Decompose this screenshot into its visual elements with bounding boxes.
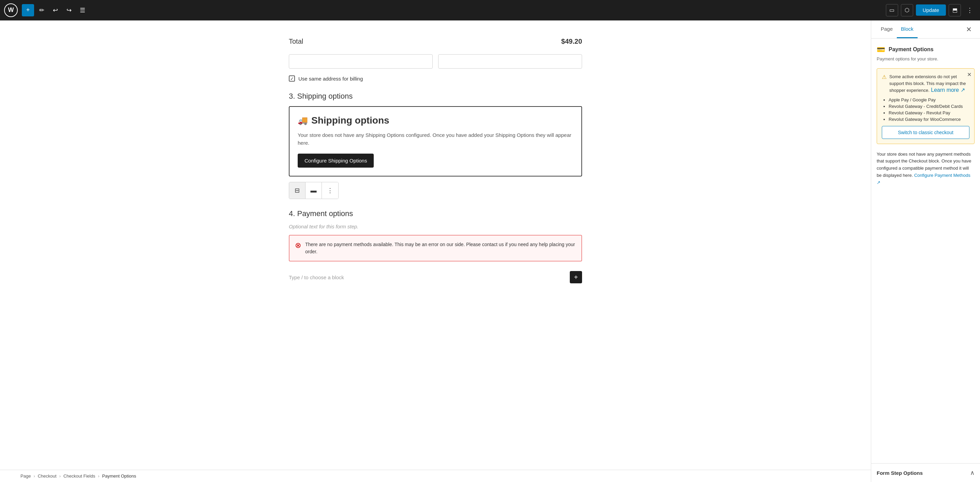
form-step-header[interactable]: Form Step Options ∧ — [877, 469, 975, 477]
tab-page-label: Page — [881, 26, 893, 32]
warning-extensions-list: Apple Pay / Google Pay Revolut Gateway -… — [889, 97, 969, 122]
form-step-options: Form Step Options ∧ — [871, 463, 980, 482]
editor-area: Total $49.20 ✓ Use same address for bill… — [0, 21, 871, 482]
chevron-up-icon: ∧ — [970, 469, 975, 477]
right-sidebar: Page Block ✕ 💳 Payment Options Payment o… — [871, 21, 980, 482]
billing-checkbox-row: ✓ Use same address for billing — [289, 75, 582, 81]
external-link-icon: ⬡ — [905, 7, 909, 13]
breadcrumb-checkout-fields[interactable]: Checkout Fields — [64, 474, 95, 479]
form-step-title: Form Step Options — [877, 470, 923, 476]
configure-shipping-label: Configure Shipping Options — [304, 158, 367, 163]
total-amount: $49.20 — [561, 38, 582, 45]
payment-section-header: 4. Payment options — [289, 209, 582, 218]
undo-icon: ↩ — [53, 6, 58, 14]
breadcrumb-checkout[interactable]: Checkout — [38, 474, 57, 479]
tab-page[interactable]: Page — [877, 21, 897, 38]
list-item: Revolut Gateway - Credit/Debit Cards — [889, 104, 969, 109]
sidebar-close-button[interactable]: ✕ — [963, 21, 975, 38]
plus-icon: + — [26, 6, 30, 14]
shipping-block: 🚚 Shipping options Your store does not h… — [289, 106, 582, 177]
list-view-button[interactable]: ☰ — [76, 4, 89, 16]
dots-icon: ⋮ — [327, 187, 333, 194]
shipping-description: Your store does not have any Shipping Op… — [298, 131, 573, 147]
error-icon: ⊗ — [295, 241, 301, 250]
credit-card-icon: 💳 — [877, 45, 885, 54]
update-label: Update — [923, 7, 939, 13]
wp-logo: W — [4, 3, 18, 17]
payment-optional-text: Optional text for this form step. — [289, 223, 582, 230]
close-icon: ✕ — [966, 26, 972, 33]
truck-icon: 🚚 — [298, 116, 308, 125]
shipping-block-title: Shipping options — [311, 115, 390, 126]
payment-section: 4. Payment options Optional text for thi… — [289, 209, 582, 287]
checkmark-icon: ✓ — [290, 76, 294, 81]
sidebar-tabs: Page Block ✕ — [871, 21, 980, 38]
toolbar-right: ▭ ⬡ Update ⬒ ⋮ — [886, 4, 976, 16]
block-toolbar: ⊟ ▬ ⋮ — [289, 182, 339, 199]
more-options-button[interactable]: ⋮ — [964, 4, 976, 16]
billing-checkbox[interactable]: ✓ — [289, 75, 295, 81]
add-block-plus-button[interactable]: + — [570, 271, 582, 283]
breadcrumb-page[interactable]: Page — [21, 474, 31, 479]
wp-logo-text: W — [8, 6, 14, 14]
shipping-section-header: 3. Shipping options — [289, 92, 582, 101]
configure-shipping-button[interactable]: Configure Shipping Options — [298, 153, 374, 168]
warning-box: ✕ ⚠ Some active extensions do not yet su… — [877, 68, 975, 144]
warning-close-icon: ✕ — [967, 72, 972, 78]
warning-icon: ⚠ — [882, 74, 886, 80]
external-link-button[interactable]: ⬡ — [901, 4, 913, 16]
block-align-button[interactable]: ⊟ — [289, 182, 305, 199]
address-field-1[interactable] — [289, 54, 433, 69]
classic-checkout-button[interactable]: Switch to classic checkout — [882, 126, 969, 139]
update-button[interactable]: Update — [916, 5, 946, 16]
layout-icon: ▬ — [311, 187, 317, 194]
sidebar-content: 💳 Payment Options Payment options for yo… — [871, 38, 980, 463]
warning-close-button[interactable]: ✕ — [967, 71, 972, 78]
total-row: Total $49.20 — [289, 34, 582, 49]
classic-checkout-label: Switch to classic checkout — [898, 130, 953, 135]
total-label: Total — [289, 38, 303, 45]
payment-options-header: 💳 Payment Options — [877, 45, 975, 54]
sidebar-toggle-icon: ⬒ — [952, 7, 958, 13]
payment-options-desc: Payment options for your store. — [877, 56, 975, 61]
no-payment-text: Your store does not have any payment met… — [877, 151, 975, 187]
payment-error-box: ⊗ There are no payment methods available… — [289, 235, 582, 262]
toolbar-left: W + ✏ ↩ ↪ ☰ — [4, 3, 89, 17]
list-item: Revolut Gateway for WooCommerce — [889, 117, 969, 122]
pencil-button[interactable]: ✏ — [35, 4, 48, 16]
more-icon: ⋮ — [967, 6, 973, 14]
add-plus-icon: + — [574, 273, 578, 281]
billing-label: Use same address for billing — [298, 76, 363, 81]
monitor-icon: ▭ — [889, 7, 894, 13]
breadcrumb-sep-1: › — [33, 474, 35, 479]
tab-block[interactable]: Block — [897, 21, 918, 38]
redo-icon: ↪ — [67, 6, 72, 14]
block-more-button[interactable]: ⋮ — [322, 182, 338, 199]
sidebar-toggle-button[interactable]: ⬒ — [949, 4, 961, 16]
learn-more-link[interactable]: Learn more ↗ — [931, 87, 965, 93]
list-item: Apple Pay / Google Pay — [889, 97, 969, 102]
address-field-2[interactable] — [438, 54, 582, 69]
list-item: Revolut Gateway - Revolut Pay — [889, 110, 969, 115]
list-icon: ☰ — [80, 6, 85, 14]
monitor-view-button[interactable]: ▭ — [886, 4, 898, 16]
main-layout: Total $49.20 ✓ Use same address for bill… — [0, 21, 980, 482]
tab-block-label: Block — [901, 26, 913, 32]
align-icon: ⊟ — [294, 187, 300, 194]
pencil-icon: ✏ — [39, 6, 45, 14]
breadcrumb-sep-2: › — [59, 474, 61, 479]
redo-button[interactable]: ↪ — [63, 4, 75, 16]
warning-text-block: Some active extensions do not yet suppor… — [889, 73, 969, 94]
error-text: There are no payment methods available. … — [305, 241, 576, 255]
breadcrumb-sep-3: › — [98, 474, 99, 479]
undo-button[interactable]: ↩ — [49, 4, 61, 16]
payment-options-title: Payment Options — [889, 46, 934, 53]
add-block-placeholder: Type / to choose a block — [289, 275, 566, 280]
breadcrumb-payment-options: Payment Options — [102, 474, 137, 479]
block-layout-button[interactable]: ▬ — [305, 182, 322, 199]
add-block-area: Type / to choose a block + — [289, 267, 582, 287]
editor-content: Total $49.20 ✓ Use same address for bill… — [289, 34, 582, 287]
address-row — [289, 54, 582, 69]
add-block-button[interactable]: + — [22, 4, 34, 16]
warning-header: ⚠ Some active extensions do not yet supp… — [882, 73, 969, 94]
